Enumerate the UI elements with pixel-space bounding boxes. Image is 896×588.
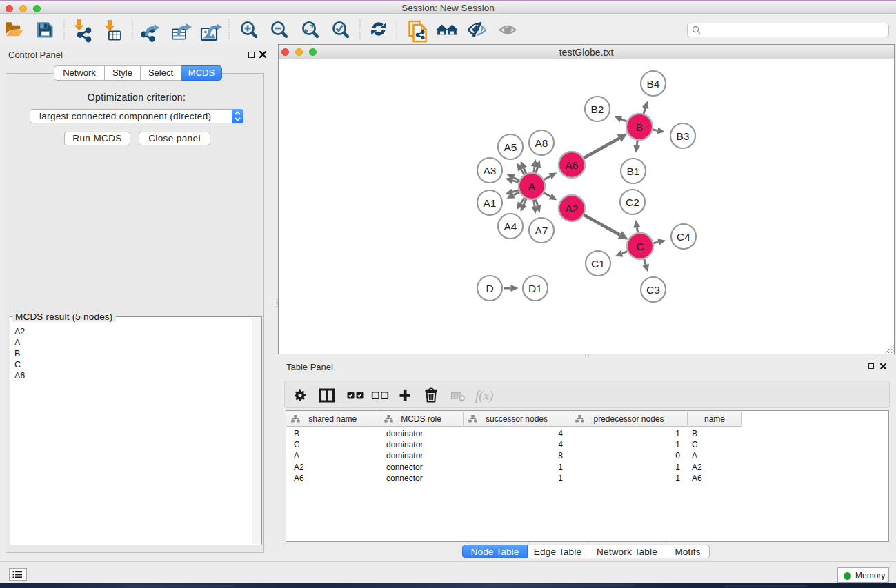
svg-text:B1: B1	[627, 165, 640, 177]
svg-text:A1: A1	[484, 197, 497, 209]
svg-text:A8: A8	[535, 137, 548, 149]
svg-text:B4: B4	[647, 78, 660, 90]
svg-text:C2: C2	[626, 196, 639, 208]
svg-text:A: A	[528, 181, 536, 192]
svg-text:f(x): f(x)	[475, 388, 493, 403]
svg-text:C4: C4	[677, 231, 690, 243]
svg-text:A7: A7	[535, 225, 548, 236]
svg-text:C1: C1	[591, 258, 605, 270]
svg-text:B2: B2	[591, 103, 604, 115]
svg-text:A5: A5	[504, 141, 517, 153]
svg-text:A2: A2	[566, 203, 579, 214]
svg-text:A3: A3	[484, 165, 497, 176]
svg-text:C3: C3	[646, 284, 660, 296]
svg-text:A6: A6	[566, 159, 579, 171]
svg-text:D: D	[486, 283, 493, 294]
svg-text:B: B	[636, 121, 643, 133]
svg-text:C: C	[636, 241, 644, 252]
svg-text:A4: A4	[504, 221, 517, 232]
svg-text:D1: D1	[528, 283, 542, 294]
svg-text:B3: B3	[677, 130, 690, 142]
